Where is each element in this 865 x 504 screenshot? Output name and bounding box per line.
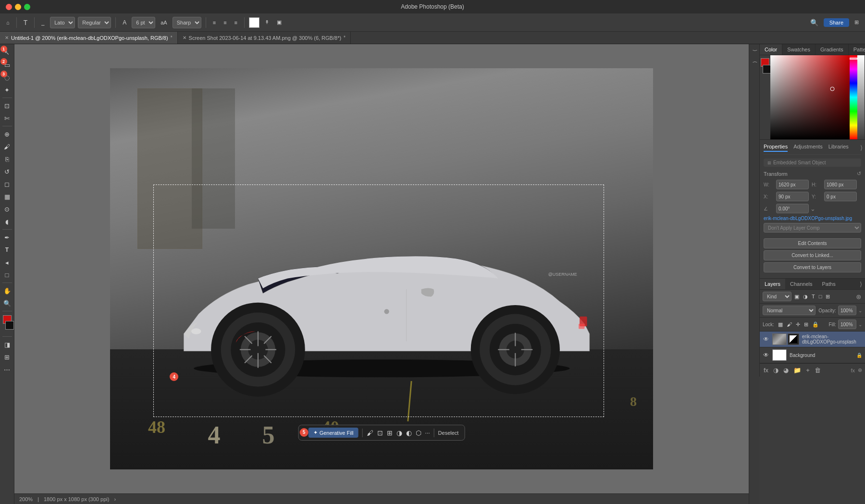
blur-tool[interactable]: ⊙: [1, 203, 13, 215]
extras-button[interactable]: ⊞: [852, 18, 861, 27]
selection-tool[interactable]: 2 ▭: [1, 59, 13, 71]
panel-toggle-1[interactable]: ⟨: [751, 47, 758, 54]
layer-item-car[interactable]: 👁 erik-mclean-dbLgODXOPgo-unsplash: [760, 332, 865, 347]
lock-position-btn[interactable]: ✛: [795, 320, 801, 329]
maximize-button[interactable]: [24, 4, 30, 10]
pen-tool[interactable]: ✒: [1, 232, 13, 243]
new-layer-btn[interactable]: +: [805, 366, 811, 375]
opacity-input[interactable]: [838, 306, 856, 315]
filter-type-btn[interactable]: T: [811, 293, 816, 300]
new-group-btn[interactable]: 📁: [792, 366, 802, 375]
tab-paths[interactable]: Paths: [817, 279, 840, 289]
hue-bar[interactable]: [850, 55, 857, 139]
clone-stamp-tool[interactable]: ⎘: [1, 153, 13, 165]
convert-layers-button[interactable]: Convert to Layers: [764, 262, 861, 272]
tab-libraries[interactable]: Libraries: [828, 144, 849, 152]
blending-mode-select[interactable]: Normal: [763, 306, 816, 315]
align-right-button[interactable]: ≡: [232, 18, 240, 27]
lasso-tool[interactable]: 3 ◌: [1, 72, 13, 83]
tab-close-1[interactable]: ✕: [5, 35, 9, 40]
eyedropper-tool[interactable]: ✄: [1, 112, 13, 124]
layer-comp-dropdown[interactable]: Don't Apply Layer Comp: [764, 223, 861, 233]
fill-arrow[interactable]: ⌄: [858, 322, 862, 327]
dodge-tool[interactable]: ◖: [1, 216, 13, 227]
filter-kind-select[interactable]: Kind: [763, 292, 791, 301]
history-brush-tool[interactable]: ↺: [1, 166, 13, 177]
background-color[interactable]: [5, 321, 14, 330]
panel-toggle-2[interactable]: ⟩: [751, 58, 758, 66]
align-center-button[interactable]: ≡: [221, 18, 229, 27]
tab-patterns[interactable]: Patterns: [849, 44, 865, 55]
float-invert-button[interactable]: ◐: [406, 429, 412, 437]
zoom-tool[interactable]: 🔍: [1, 297, 13, 309]
float-transform-button[interactable]: ⊡: [377, 429, 383, 437]
add-style-btn[interactable]: fx: [763, 366, 769, 375]
lock-artboard-btn[interactable]: ⊞: [803, 320, 809, 329]
fill-input[interactable]: [838, 320, 856, 329]
brush-tool[interactable]: 🖌: [1, 141, 13, 152]
alpha-bar[interactable]: [857, 55, 865, 139]
lock-image-btn[interactable]: 🖌: [786, 320, 793, 329]
layer-vis-car[interactable]: 👁: [763, 336, 769, 343]
text-orient-button[interactable]: ⎯: [39, 18, 47, 27]
properties-collapse-btn[interactable]: ⟩: [860, 144, 863, 152]
angle-input[interactable]: [776, 204, 809, 213]
convert-linked-button[interactable]: Convert to Linked...: [764, 250, 861, 260]
filter-smart-btn[interactable]: ⊞: [825, 293, 831, 301]
float-brush-button[interactable]: 🖌: [367, 429, 373, 437]
misc-tool-1[interactable]: ⋯: [1, 364, 13, 375]
font-size-btn[interactable]: A: [120, 18, 129, 27]
resize-icon[interactable]: aA: [158, 18, 169, 27]
edit-contents-button[interactable]: Edit Contents: [764, 238, 861, 248]
tab-2[interactable]: ✕ Screen Shot 2023-06-14 at 9.13.43 AM.p…: [178, 32, 351, 44]
y-input[interactable]: [824, 192, 857, 201]
color-spectrum-area[interactable]: [770, 55, 850, 139]
move-tool[interactable]: 1 ↖: [1, 47, 13, 58]
float-3d-button[interactable]: ⬡: [416, 429, 421, 437]
lock-transparent-btn[interactable]: ▦: [777, 320, 784, 329]
float-more-button[interactable]: ···: [425, 430, 430, 436]
width-input[interactable]: [776, 180, 809, 189]
font-family-select[interactable]: Lato: [50, 17, 75, 28]
tab-close-2[interactable]: ✕: [183, 35, 186, 40]
magic-wand-tool[interactable]: ✦: [1, 84, 13, 96]
filter-shape-btn[interactable]: □: [818, 293, 823, 300]
path-selection-tool[interactable]: ◂: [1, 257, 13, 268]
shape-tool[interactable]: □: [1, 269, 13, 281]
height-input[interactable]: [824, 180, 857, 189]
layer-vis-bg[interactable]: 👁: [763, 352, 769, 358]
lock-all-btn[interactable]: 🔒: [811, 320, 820, 329]
opacity-arrow[interactable]: ⌄: [858, 308, 862, 313]
tab-gradients[interactable]: Gradients: [816, 44, 849, 55]
float-mask-button[interactable]: ◑: [396, 429, 402, 437]
tab-1[interactable]: ✕ Untitled-1 @ 200% (erik-mclean-dbLgODX…: [0, 32, 178, 44]
filter-adj-btn[interactable]: ◑: [802, 293, 809, 301]
type-tool-button[interactable]: T: [21, 17, 30, 28]
tab-adjustments[interactable]: Adjustments: [793, 144, 823, 152]
font-style-select[interactable]: Regular: [78, 17, 111, 28]
hand-tool[interactable]: ✋: [1, 285, 13, 296]
character-panel-button[interactable]: ▣: [274, 18, 284, 27]
tab-layers[interactable]: Layers: [760, 279, 785, 289]
transform-reset-btn[interactable]: ↺: [857, 171, 861, 177]
tab-color[interactable]: Color: [760, 44, 782, 55]
screen-mode[interactable]: ⊞: [1, 351, 13, 363]
tab-properties[interactable]: Properties: [764, 144, 788, 152]
minimize-button[interactable]: [15, 4, 21, 10]
new-fill-adj-btn[interactable]: ◕: [782, 366, 790, 375]
filter-pixel-btn[interactable]: ▣: [793, 293, 800, 301]
quick-mask-mode[interactable]: ◨: [1, 339, 13, 350]
home-button[interactable]: ⌂: [4, 18, 12, 27]
layer-item-bg[interactable]: 👁 Background 🔒: [760, 347, 865, 363]
deselect-button[interactable]: Deselect: [438, 430, 459, 436]
crop-tool[interactable]: ⊡: [1, 100, 13, 111]
text-color-swatch[interactable]: [249, 17, 260, 28]
delete-layer-btn[interactable]: 🗑: [814, 366, 822, 375]
gradient-tool[interactable]: ▦: [1, 191, 13, 202]
search-button[interactable]: 🔍: [808, 17, 821, 28]
window-controls[interactable]: [6, 4, 30, 10]
float-feather-button[interactable]: ⊞: [387, 429, 393, 437]
add-mask-btn[interactable]: ◑: [772, 366, 779, 375]
layers-fx-btn[interactable]: fx: [851, 368, 855, 373]
font-size-select[interactable]: 6 pt: [132, 17, 155, 28]
